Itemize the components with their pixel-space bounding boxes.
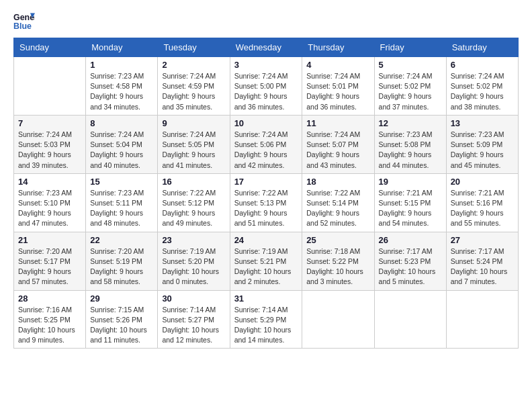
calendar-body: 1Sunrise: 7:23 AM Sunset: 4:58 PM Daylig… [14, 57, 519, 349]
calendar-week-row: 1Sunrise: 7:23 AM Sunset: 4:58 PM Daylig… [14, 57, 519, 116]
day-number: 8 [90, 118, 153, 128]
day-info: Sunrise: 7:14 AM Sunset: 5:27 PM Dayligh… [162, 305, 225, 346]
day-info: Sunrise: 7:23 AM Sunset: 4:58 PM Dayligh… [90, 71, 153, 112]
calendar-day-cell: 6Sunrise: 7:24 AM Sunset: 5:02 PM Daylig… [446, 57, 518, 116]
calendar-day-cell: 18Sunrise: 7:22 AM Sunset: 5:14 PM Dayli… [302, 173, 374, 232]
calendar-day-cell: 28Sunrise: 7:16 AM Sunset: 5:25 PM Dayli… [14, 290, 86, 349]
calendar-day-cell: 12Sunrise: 7:23 AM Sunset: 5:08 PM Dayli… [374, 115, 446, 173]
calendar-day-cell: 21Sunrise: 7:20 AM Sunset: 5:17 PM Dayli… [14, 232, 86, 290]
day-number: 13 [451, 118, 514, 128]
calendar-day-cell: 3Sunrise: 7:24 AM Sunset: 5:00 PM Daylig… [230, 57, 302, 116]
day-number: 6 [451, 60, 514, 70]
day-info: Sunrise: 7:21 AM Sunset: 5:16 PM Dayligh… [451, 188, 514, 229]
calendar-table: SundayMondayTuesdayWednesdayThursdayFrid… [13, 38, 519, 349]
day-info: Sunrise: 7:17 AM Sunset: 5:23 PM Dayligh… [379, 246, 442, 287]
day-number: 1 [90, 60, 153, 70]
day-info: Sunrise: 7:24 AM Sunset: 5:00 PM Dayligh… [234, 71, 298, 112]
day-info: Sunrise: 7:23 AM Sunset: 5:10 PM Dayligh… [18, 188, 81, 229]
calendar-day-cell: 19Sunrise: 7:21 AM Sunset: 5:15 PM Dayli… [374, 173, 446, 232]
calendar-day-cell: 10Sunrise: 7:24 AM Sunset: 5:06 PM Dayli… [230, 115, 302, 173]
calendar-header-cell: Friday [374, 38, 446, 57]
day-number: 21 [18, 235, 81, 245]
day-info: Sunrise: 7:21 AM Sunset: 5:15 PM Dayligh… [379, 188, 442, 229]
calendar-day-cell: 31Sunrise: 7:14 AM Sunset: 5:29 PM Dayli… [230, 290, 302, 349]
day-info: Sunrise: 7:20 AM Sunset: 5:19 PM Dayligh… [90, 246, 153, 287]
day-info: Sunrise: 7:24 AM Sunset: 5:03 PM Dayligh… [18, 130, 81, 171]
day-number: 14 [18, 177, 81, 187]
calendar-day-cell: 9Sunrise: 7:24 AM Sunset: 5:05 PM Daylig… [158, 115, 230, 173]
calendar-day-cell: 20Sunrise: 7:21 AM Sunset: 5:16 PM Dayli… [446, 173, 518, 232]
day-info: Sunrise: 7:24 AM Sunset: 5:02 PM Dayligh… [451, 71, 514, 112]
calendar-day-cell [374, 290, 446, 349]
day-number: 28 [18, 293, 81, 304]
calendar-day-cell: 14Sunrise: 7:23 AM Sunset: 5:10 PM Dayli… [14, 173, 86, 232]
page-header: General Blue [13, 11, 519, 32]
calendar-day-cell [446, 290, 518, 349]
day-number: 22 [90, 235, 153, 245]
calendar-header-cell: Wednesday [230, 38, 302, 57]
calendar-week-row: 28Sunrise: 7:16 AM Sunset: 5:25 PM Dayli… [14, 290, 519, 349]
day-number: 4 [306, 60, 369, 70]
calendar-day-cell: 7Sunrise: 7:24 AM Sunset: 5:03 PM Daylig… [14, 115, 86, 173]
calendar-day-cell: 1Sunrise: 7:23 AM Sunset: 4:58 PM Daylig… [86, 57, 158, 116]
calendar-day-cell: 30Sunrise: 7:14 AM Sunset: 5:27 PM Dayli… [158, 290, 230, 349]
day-info: Sunrise: 7:24 AM Sunset: 5:06 PM Dayligh… [234, 130, 298, 171]
day-number: 27 [451, 235, 514, 245]
calendar-header-cell: Thursday [302, 38, 374, 57]
day-info: Sunrise: 7:24 AM Sunset: 5:01 PM Dayligh… [306, 71, 369, 112]
day-number: 25 [306, 235, 369, 245]
day-info: Sunrise: 7:24 AM Sunset: 5:04 PM Dayligh… [90, 130, 153, 171]
day-info: Sunrise: 7:16 AM Sunset: 5:25 PM Dayligh… [18, 305, 81, 346]
calendar-week-row: 7Sunrise: 7:24 AM Sunset: 5:03 PM Daylig… [14, 115, 519, 173]
calendar-week-row: 14Sunrise: 7:23 AM Sunset: 5:10 PM Dayli… [14, 173, 519, 232]
day-info: Sunrise: 7:24 AM Sunset: 4:59 PM Dayligh… [162, 71, 225, 112]
calendar-week-row: 21Sunrise: 7:20 AM Sunset: 5:17 PM Dayli… [14, 232, 519, 290]
day-number: 19 [379, 177, 442, 187]
day-number: 18 [306, 177, 369, 187]
day-number: 9 [162, 118, 225, 128]
calendar-day-cell: 16Sunrise: 7:22 AM Sunset: 5:12 PM Dayli… [158, 173, 230, 232]
calendar-day-cell: 22Sunrise: 7:20 AM Sunset: 5:19 PM Dayli… [86, 232, 158, 290]
day-number: 29 [90, 293, 153, 304]
calendar-header-cell: Monday [86, 38, 158, 57]
day-info: Sunrise: 7:22 AM Sunset: 5:13 PM Dayligh… [234, 188, 298, 229]
calendar-day-cell [14, 57, 86, 116]
calendar-day-cell: 11Sunrise: 7:24 AM Sunset: 5:07 PM Dayli… [302, 115, 374, 173]
day-info: Sunrise: 7:14 AM Sunset: 5:29 PM Dayligh… [234, 305, 298, 346]
day-number: 16 [162, 177, 225, 187]
calendar-day-cell: 27Sunrise: 7:17 AM Sunset: 5:24 PM Dayli… [446, 232, 518, 290]
calendar-day-cell: 8Sunrise: 7:24 AM Sunset: 5:04 PM Daylig… [86, 115, 158, 173]
svg-text:Blue: Blue [13, 21, 32, 31]
day-number: 23 [162, 235, 225, 245]
day-number: 24 [234, 235, 298, 245]
calendar-header-cell: Tuesday [158, 38, 230, 57]
day-number: 5 [379, 60, 442, 70]
calendar-day-cell: 26Sunrise: 7:17 AM Sunset: 5:23 PM Dayli… [374, 232, 446, 290]
day-number: 11 [306, 118, 369, 128]
day-info: Sunrise: 7:23 AM Sunset: 5:08 PM Dayligh… [379, 130, 442, 171]
day-info: Sunrise: 7:19 AM Sunset: 5:20 PM Dayligh… [162, 246, 225, 287]
calendar-day-cell: 5Sunrise: 7:24 AM Sunset: 5:02 PM Daylig… [374, 57, 446, 116]
calendar-header-row: SundayMondayTuesdayWednesdayThursdayFrid… [14, 38, 519, 57]
calendar-day-cell: 29Sunrise: 7:15 AM Sunset: 5:26 PM Dayli… [86, 290, 158, 349]
calendar-header-cell: Sunday [14, 38, 86, 57]
calendar-day-cell: 17Sunrise: 7:22 AM Sunset: 5:13 PM Dayli… [230, 173, 302, 232]
calendar-day-cell: 23Sunrise: 7:19 AM Sunset: 5:20 PM Dayli… [158, 232, 230, 290]
day-number: 10 [234, 118, 298, 128]
day-info: Sunrise: 7:18 AM Sunset: 5:22 PM Dayligh… [306, 246, 369, 287]
day-number: 15 [90, 177, 153, 187]
day-number: 26 [379, 235, 442, 245]
calendar-day-cell: 25Sunrise: 7:18 AM Sunset: 5:22 PM Dayli… [302, 232, 374, 290]
day-number: 17 [234, 177, 298, 187]
calendar-day-cell: 13Sunrise: 7:23 AM Sunset: 5:09 PM Dayli… [446, 115, 518, 173]
day-number: 12 [379, 118, 442, 128]
day-number: 20 [451, 177, 514, 187]
day-info: Sunrise: 7:24 AM Sunset: 5:05 PM Dayligh… [162, 130, 225, 171]
day-info: Sunrise: 7:24 AM Sunset: 5:07 PM Dayligh… [306, 130, 369, 171]
calendar-header-cell: Saturday [446, 38, 518, 57]
logo: General Blue [13, 11, 35, 32]
calendar-day-cell [302, 290, 374, 349]
day-info: Sunrise: 7:22 AM Sunset: 5:12 PM Dayligh… [162, 188, 225, 229]
calendar-day-cell: 24Sunrise: 7:19 AM Sunset: 5:21 PM Dayli… [230, 232, 302, 290]
day-info: Sunrise: 7:19 AM Sunset: 5:21 PM Dayligh… [234, 246, 298, 287]
